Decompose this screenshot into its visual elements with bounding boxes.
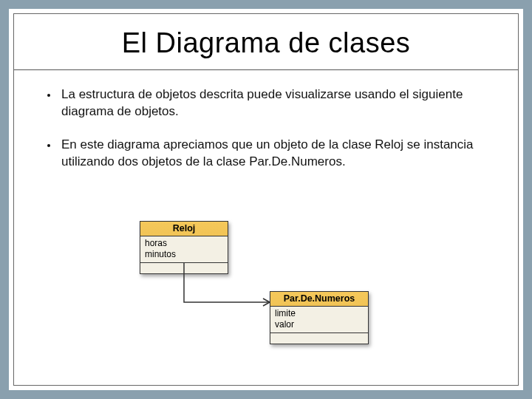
uml-class-name: Reloj <box>140 222 228 236</box>
uml-class-name: Par.De.Numeros <box>270 292 368 307</box>
uml-class-pardenumeros: Par.De.Numeros limite valor <box>270 291 369 344</box>
bullet-item: En este diagrama apreciamos que un objet… <box>58 137 497 171</box>
uml-attribute: valor <box>275 319 364 330</box>
title-divider <box>14 69 518 70</box>
uml-attribute: limite <box>275 308 364 319</box>
bullet-item: La estructura de objetos descrita puede … <box>58 86 497 120</box>
slide-title: El Diagrama de clases <box>14 27 518 59</box>
slide-outer-frame: El Diagrama de clases La estructura de o… <box>0 0 532 399</box>
uml-class-operations <box>270 333 368 344</box>
uml-class-attributes: limite valor <box>270 307 368 333</box>
bullet-list: La estructura de objetos descrita puede … <box>14 86 518 171</box>
uml-diagram: Reloj horas minutos Par.De.Numeros limit… <box>140 221 383 354</box>
uml-attribute: horas <box>145 238 223 249</box>
slide-inner-frame: El Diagrama de clases La estructura de o… <box>13 13 519 386</box>
